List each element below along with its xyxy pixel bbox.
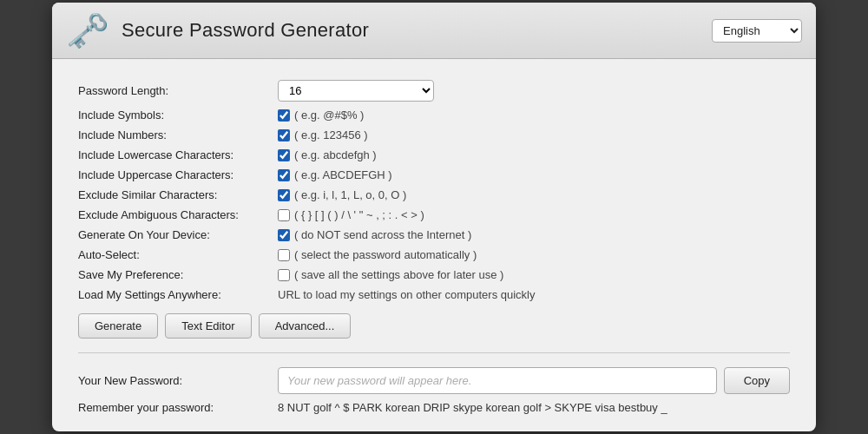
exclude-ambiguous-hint: ( { } [ ] ( ) / \ ' " ~ , ; : . < > ) [294,208,424,221]
password-output-row: Your New Password: Copy [78,367,790,394]
generate-on-device-checkbox[interactable] [278,229,290,241]
include-numbers-hint: ( e.g. 123456 ) [294,128,368,141]
password-length-select[interactable]: 16 8 12 20 24 32 64 [278,80,434,102]
include-lowercase-hint: ( e.g. abcdefgh ) [294,148,377,161]
include-numbers-row: Include Numbers: ( e.g. 123456 ) [78,125,790,145]
load-settings-url: URL to load my settings on other compute… [278,288,536,301]
generate-button[interactable]: Generate [78,313,158,339]
app-title: Secure Password Generator [122,19,369,42]
exclude-ambiguous-checkbox[interactable] [278,209,290,221]
header-left: 🗝️ Secure Password Generator [66,13,369,48]
exclude-similar-checkbox-row: ( e.g. i, l, 1, L, o, 0, O ) [278,188,790,201]
password-output-label: Your New Password: [78,374,278,387]
load-settings-row: Load My Settings Anywhere: URL to load m… [78,285,790,305]
include-symbols-label: Include Symbols: [78,105,278,125]
save-preference-checkbox-row: ( save all the settings above for later … [278,268,790,281]
generate-on-device-hint: ( do NOT send across the Internet ) [294,228,471,241]
remember-row: Remember your password: 8 NUT golf ^ $ P… [78,401,790,414]
exclude-similar-hint: ( e.g. i, l, 1, L, o, 0, O ) [294,188,406,201]
include-lowercase-checkbox[interactable] [278,149,290,161]
include-lowercase-label: Include Lowercase Characters: [78,145,278,165]
auto-select-hint: ( select the password automatically ) [294,248,477,261]
include-symbols-checkbox-row: ( e.g. @#$% ) [278,108,790,122]
include-symbols-hint: ( e.g. @#$% ) [294,108,364,122]
generate-on-device-label: Generate On Your Device: [78,225,278,245]
include-uppercase-label: Include Uppercase Characters: [78,165,278,185]
auto-select-checkbox[interactable] [278,249,290,261]
include-lowercase-checkbox-row: ( e.g. abcdefgh ) [278,148,790,161]
remember-label: Remember your password: [78,401,278,414]
exclude-ambiguous-row: Exclude Ambiguous Characters: ( { } [ ] … [78,205,790,225]
save-preference-row: Save My Preference: ( save all the setti… [78,265,790,285]
exclude-ambiguous-label: Exclude Ambiguous Characters: [78,205,278,225]
include-symbols-row: Include Symbols: ( e.g. @#$% ) [78,105,790,125]
auto-select-label: Auto-Select: [78,245,278,265]
exclude-similar-checkbox[interactable] [278,189,290,201]
header: 🗝️ Secure Password Generator English Esp… [52,3,816,59]
exclude-ambiguous-checkbox-row: ( { } [ ] ( ) / \ ' " ~ , ; : . < > ) [278,208,790,221]
password-length-row: Password Length: 16 8 12 20 24 32 64 [78,76,790,105]
language-select[interactable]: English Español Français Deutsch 中文 [712,19,802,43]
password-output-input[interactable] [278,367,717,394]
main-window: 🗝️ Secure Password Generator English Esp… [52,3,816,431]
content-area: Password Length: 16 8 12 20 24 32 64 Inc… [52,59,816,431]
generate-on-device-checkbox-row: ( do NOT send across the Internet ) [278,228,790,241]
include-uppercase-hint: ( e.g. ABCDEFGH ) [294,168,392,181]
generate-on-device-row: Generate On Your Device: ( do NOT send a… [78,225,790,245]
copy-button[interactable]: Copy [724,367,790,394]
save-preference-checkbox[interactable] [278,269,290,281]
exclude-similar-row: Exclude Similar Characters: ( e.g. i, l,… [78,185,790,205]
auto-select-row: Auto-Select: ( select the password autom… [78,245,790,265]
keys-icon: 🗝️ [66,13,109,48]
load-settings-label: Load My Settings Anywhere: [78,285,278,305]
text-editor-button[interactable]: Text Editor [165,313,251,339]
save-preference-label: Save My Preference: [78,265,278,285]
include-numbers-checkbox-row: ( e.g. 123456 ) [278,128,790,141]
include-uppercase-checkbox[interactable] [278,169,290,181]
auto-select-checkbox-row: ( select the password automatically ) [278,248,790,261]
include-lowercase-row: Include Lowercase Characters: ( e.g. abc… [78,145,790,165]
include-uppercase-checkbox-row: ( e.g. ABCDEFGH ) [278,168,790,181]
include-symbols-checkbox[interactable] [278,109,290,122]
password-section: Your New Password: Copy Remember your pa… [78,352,790,414]
include-numbers-checkbox[interactable] [278,129,290,141]
include-uppercase-row: Include Uppercase Characters: ( e.g. ABC… [78,165,790,185]
include-numbers-label: Include Numbers: [78,125,278,145]
buttons-row: Generate Text Editor Advanced... [78,313,790,339]
settings-table: Password Length: 16 8 12 20 24 32 64 Inc… [78,76,790,305]
save-preference-hint: ( save all the settings above for later … [294,268,503,281]
password-length-label: Password Length: [78,76,278,105]
exclude-similar-label: Exclude Similar Characters: [78,185,278,205]
remember-text: 8 NUT golf ^ $ PARK korean DRIP skype ko… [278,401,667,414]
advanced-button[interactable]: Advanced... [259,313,352,339]
